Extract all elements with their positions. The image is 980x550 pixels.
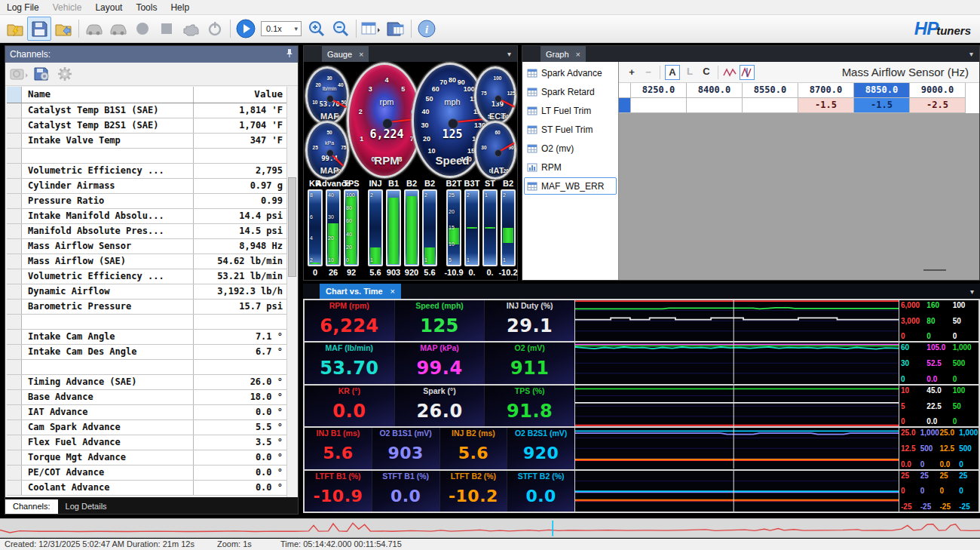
pin-icon[interactable] xyxy=(286,48,293,60)
table-row[interactable]: Volumetric Efficiency ...2,795 xyxy=(7,164,289,179)
graph-mode-c-button[interactable]: C xyxy=(700,65,713,78)
table-row[interactable]: Torque Mgt Advance0.0 ° xyxy=(7,450,289,466)
row-selector[interactable] xyxy=(7,134,22,148)
strip-plot[interactable] xyxy=(575,300,899,341)
open-log-button[interactable] xyxy=(3,17,27,41)
strip-plot[interactable] xyxy=(575,428,899,469)
maf-column-header[interactable]: 9000.0 xyxy=(910,83,966,98)
table-row[interactable]: Timing Advance (SAE)26.0 ° xyxy=(7,375,289,390)
play-button[interactable] xyxy=(234,17,258,41)
sidebar-item-rpm[interactable]: RPM xyxy=(524,158,617,176)
table-row[interactable]: Catalyst Temp B2S1 (SAE)1,704 'F xyxy=(7,118,289,134)
playback-speed-select[interactable]: 0.1x ▾ xyxy=(261,21,302,36)
table-row[interactable]: Catalyst Temp B1S1 (SAE)1,814 'F xyxy=(7,103,289,118)
row-selector[interactable] xyxy=(7,345,22,359)
table-row[interactable]: Volumetric Efficiency ...53.21 lb/min xyxy=(7,269,289,284)
menu-item-layout[interactable]: Layout xyxy=(88,2,129,14)
strip-plot[interactable] xyxy=(575,343,899,383)
row-selector[interactable] xyxy=(7,254,22,269)
graph-mode-l-button[interactable]: L xyxy=(683,65,697,78)
table-row[interactable]: Pressure Ratio0.99 xyxy=(7,194,289,209)
table-row[interactable] xyxy=(7,360,289,375)
channel-config-button[interactable] xyxy=(8,64,31,84)
layout-button[interactable] xyxy=(360,17,384,41)
table-row[interactable]: Intake Cam Angle7.1 ° xyxy=(7,330,289,345)
table-row[interactable]: Cam Spark Advance5.5 ° xyxy=(7,420,289,435)
row-selector[interactable] xyxy=(7,481,22,495)
row-selector[interactable] xyxy=(7,118,22,133)
maf-value-cell[interactable]: -1.5 xyxy=(854,98,910,113)
sidebar-item-spark-retard[interactable]: Spark Retard xyxy=(524,83,617,100)
table-row[interactable]: Coolant Advance0.0 ° xyxy=(7,481,289,496)
stop-button[interactable] xyxy=(155,17,179,41)
maf-column-header[interactable]: 8700.0 xyxy=(798,83,854,98)
chevron-down-icon[interactable]: ▾ xyxy=(969,50,973,58)
row-selector[interactable] xyxy=(7,149,22,163)
table-row[interactable] xyxy=(7,149,289,164)
strip-plot[interactable] xyxy=(575,386,899,426)
table-row[interactable]: Manifold Absolute Pres...14.5 psi xyxy=(7,224,289,239)
zoom-out-button[interactable] xyxy=(329,17,353,41)
tab-chart-vs-time[interactable]: Chart vs. Time × xyxy=(320,284,401,299)
maf-column-header[interactable]: 8250.0 xyxy=(631,83,687,98)
scrollbar-thumb[interactable] xyxy=(288,177,296,277)
value-column-header[interactable]: Value xyxy=(194,87,289,103)
row-selector[interactable] xyxy=(7,420,22,435)
table-row[interactable]: PE/COT Advance0.0 ° xyxy=(7,466,289,481)
sidebar-item-spark-advance[interactable]: Spark Advance xyxy=(524,64,617,81)
chevron-down-icon[interactable]: ▾ xyxy=(507,50,511,58)
row-selector[interactable] xyxy=(7,179,22,193)
row-selector[interactable] xyxy=(7,284,22,299)
close-icon[interactable]: × xyxy=(576,50,580,59)
table-row[interactable]: Barometric Pressure15.7 psi xyxy=(7,300,289,315)
row-selector[interactable] xyxy=(7,239,22,253)
row-selector[interactable] xyxy=(7,103,22,118)
row-selector[interactable] xyxy=(7,405,22,419)
info-button[interactable]: i xyxy=(415,17,439,41)
close-icon[interactable]: × xyxy=(390,287,395,296)
table-row[interactable]: Mass Airflow (SAE)54.62 lb/min xyxy=(7,254,289,269)
row-selector[interactable] xyxy=(7,375,22,389)
table-row[interactable]: Intake Manifold Absolu...14.4 psi xyxy=(7,209,289,224)
tab-channels[interactable]: Channels: xyxy=(5,499,58,514)
sidebar-item-o2-mv[interactable]: O2 (mv) xyxy=(524,140,617,157)
row-selector[interactable] xyxy=(7,194,22,208)
error-graph-button[interactable] xyxy=(740,65,755,80)
table-row[interactable]: Flex Fuel Advance3.5 ° xyxy=(7,435,289,450)
save-layout-button[interactable] xyxy=(384,17,408,41)
export-log-button[interactable] xyxy=(51,17,75,41)
sidebar-item-lt-fuel-trim[interactable]: LT Fuel Trim xyxy=(524,102,617,119)
sidebar-item-st-fuel-trim[interactable]: ST Fuel Trim xyxy=(524,121,617,138)
add-button[interactable]: + xyxy=(625,66,639,79)
channels-scrollbar[interactable] xyxy=(286,87,296,497)
graph-mode-a-button[interactable]: A xyxy=(665,65,680,80)
zoom-in-button[interactable] xyxy=(305,17,329,41)
row-selector[interactable] xyxy=(7,390,22,404)
row-selector[interactable] xyxy=(7,164,22,178)
row-selector[interactable] xyxy=(7,450,22,465)
vehicle-read-button[interactable] xyxy=(82,17,106,41)
save-channels-button[interactable] xyxy=(31,64,54,84)
name-column-header[interactable]: Name xyxy=(22,87,194,103)
row-selector[interactable] xyxy=(7,224,22,238)
strip-plot[interactable] xyxy=(575,471,899,512)
row-selector[interactable] xyxy=(7,330,22,344)
row-selector[interactable] xyxy=(7,209,22,223)
channel-settings-button[interactable] xyxy=(54,64,76,84)
close-icon[interactable]: × xyxy=(359,50,363,59)
maf-value-cell[interactable] xyxy=(687,98,743,113)
table-row[interactable]: Dynamic Airflow3,192.3 lb/h xyxy=(7,284,289,300)
table-row[interactable]: IAT Advance0.0 ° xyxy=(7,405,289,420)
menu-item-tools[interactable]: Tools xyxy=(129,2,164,14)
remove-button[interactable]: − xyxy=(642,66,655,79)
tab-gauge[interactable]: Gauge × xyxy=(322,46,369,62)
row-selector[interactable] xyxy=(7,269,22,284)
power-button[interactable] xyxy=(203,17,227,41)
maf-column-header[interactable]: 8850.0 xyxy=(854,83,910,98)
row-selector[interactable] xyxy=(7,466,22,480)
maf-value-cell[interactable]: -2.5 xyxy=(910,98,966,113)
table-row[interactable]: Intake Cam Des Angle6.7 ° xyxy=(7,345,289,360)
save-log-button[interactable] xyxy=(27,17,51,41)
maf-column-header[interactable]: 8400.0 xyxy=(687,83,743,98)
row-selector[interactable] xyxy=(7,300,22,314)
